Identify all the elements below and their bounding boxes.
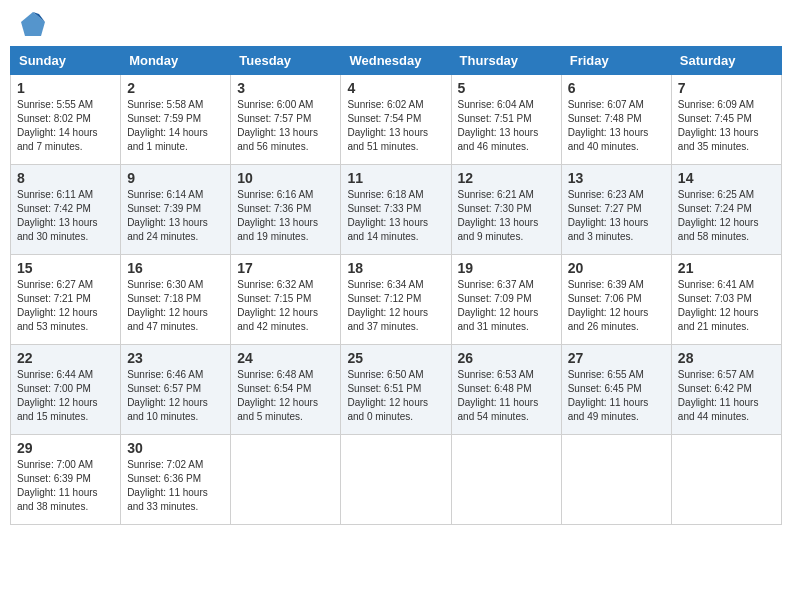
day-info: Sunrise: 6:04 AM Sunset: 7:51 PM Dayligh… <box>458 99 539 152</box>
calendar-day-cell: 28 Sunrise: 6:57 AM Sunset: 6:42 PM Dayl… <box>671 345 781 435</box>
calendar-day-cell: 5 Sunrise: 6:04 AM Sunset: 7:51 PM Dayli… <box>451 75 561 165</box>
day-number: 1 <box>17 80 114 96</box>
day-number: 23 <box>127 350 224 366</box>
day-number: 14 <box>678 170 775 186</box>
logo <box>15 10 47 38</box>
day-info: Sunrise: 6:27 AM Sunset: 7:21 PM Dayligh… <box>17 279 98 332</box>
day-info: Sunrise: 6:37 AM Sunset: 7:09 PM Dayligh… <box>458 279 539 332</box>
svg-marker-0 <box>21 12 45 36</box>
calendar-day-cell: 3 Sunrise: 6:00 AM Sunset: 7:57 PM Dayli… <box>231 75 341 165</box>
day-info: Sunrise: 6:41 AM Sunset: 7:03 PM Dayligh… <box>678 279 759 332</box>
day-info: Sunrise: 6:02 AM Sunset: 7:54 PM Dayligh… <box>347 99 428 152</box>
day-number: 18 <box>347 260 444 276</box>
day-info: Sunrise: 6:48 AM Sunset: 6:54 PM Dayligh… <box>237 369 318 422</box>
day-number: 24 <box>237 350 334 366</box>
calendar-week-row: 15 Sunrise: 6:27 AM Sunset: 7:21 PM Dayl… <box>11 255 782 345</box>
day-info: Sunrise: 6:18 AM Sunset: 7:33 PM Dayligh… <box>347 189 428 242</box>
calendar-week-row: 1 Sunrise: 5:55 AM Sunset: 8:02 PM Dayli… <box>11 75 782 165</box>
calendar-header-cell: Saturday <box>671 47 781 75</box>
day-number: 6 <box>568 80 665 96</box>
calendar-day-cell: 6 Sunrise: 6:07 AM Sunset: 7:48 PM Dayli… <box>561 75 671 165</box>
day-info: Sunrise: 6:34 AM Sunset: 7:12 PM Dayligh… <box>347 279 428 332</box>
day-number: 28 <box>678 350 775 366</box>
calendar-day-cell: 15 Sunrise: 6:27 AM Sunset: 7:21 PM Dayl… <box>11 255 121 345</box>
logo-icon <box>19 10 47 38</box>
calendar-week-row: 8 Sunrise: 6:11 AM Sunset: 7:42 PM Dayli… <box>11 165 782 255</box>
calendar-body: 1 Sunrise: 5:55 AM Sunset: 8:02 PM Dayli… <box>11 75 782 525</box>
calendar-day-cell <box>561 435 671 525</box>
calendar-header-cell: Friday <box>561 47 671 75</box>
day-info: Sunrise: 6:11 AM Sunset: 7:42 PM Dayligh… <box>17 189 98 242</box>
day-number: 4 <box>347 80 444 96</box>
calendar-day-cell: 16 Sunrise: 6:30 AM Sunset: 7:18 PM Dayl… <box>121 255 231 345</box>
day-info: Sunrise: 6:09 AM Sunset: 7:45 PM Dayligh… <box>678 99 759 152</box>
day-number: 21 <box>678 260 775 276</box>
day-number: 26 <box>458 350 555 366</box>
day-number: 27 <box>568 350 665 366</box>
day-info: Sunrise: 6:21 AM Sunset: 7:30 PM Dayligh… <box>458 189 539 242</box>
calendar-week-row: 22 Sunrise: 6:44 AM Sunset: 7:00 PM Dayl… <box>11 345 782 435</box>
day-info: Sunrise: 6:14 AM Sunset: 7:39 PM Dayligh… <box>127 189 208 242</box>
calendar-header-cell: Sunday <box>11 47 121 75</box>
calendar-day-cell: 1 Sunrise: 5:55 AM Sunset: 8:02 PM Dayli… <box>11 75 121 165</box>
day-number: 19 <box>458 260 555 276</box>
day-info: Sunrise: 7:02 AM Sunset: 6:36 PM Dayligh… <box>127 459 208 512</box>
calendar-day-cell: 9 Sunrise: 6:14 AM Sunset: 7:39 PM Dayli… <box>121 165 231 255</box>
day-info: Sunrise: 6:53 AM Sunset: 6:48 PM Dayligh… <box>458 369 539 422</box>
day-number: 5 <box>458 80 555 96</box>
calendar-day-cell: 2 Sunrise: 5:58 AM Sunset: 7:59 PM Dayli… <box>121 75 231 165</box>
day-info: Sunrise: 7:00 AM Sunset: 6:39 PM Dayligh… <box>17 459 98 512</box>
page-header <box>10 10 782 38</box>
calendar-day-cell: 4 Sunrise: 6:02 AM Sunset: 7:54 PM Dayli… <box>341 75 451 165</box>
day-number: 12 <box>458 170 555 186</box>
day-number: 17 <box>237 260 334 276</box>
calendar-day-cell: 11 Sunrise: 6:18 AM Sunset: 7:33 PM Dayl… <box>341 165 451 255</box>
day-number: 20 <box>568 260 665 276</box>
day-info: Sunrise: 6:44 AM Sunset: 7:00 PM Dayligh… <box>17 369 98 422</box>
day-number: 15 <box>17 260 114 276</box>
calendar-day-cell <box>231 435 341 525</box>
day-info: Sunrise: 6:57 AM Sunset: 6:42 PM Dayligh… <box>678 369 759 422</box>
calendar-day-cell: 14 Sunrise: 6:25 AM Sunset: 7:24 PM Dayl… <box>671 165 781 255</box>
calendar-day-cell: 8 Sunrise: 6:11 AM Sunset: 7:42 PM Dayli… <box>11 165 121 255</box>
day-number: 3 <box>237 80 334 96</box>
day-info: Sunrise: 6:23 AM Sunset: 7:27 PM Dayligh… <box>568 189 649 242</box>
day-number: 10 <box>237 170 334 186</box>
calendar-day-cell: 10 Sunrise: 6:16 AM Sunset: 7:36 PM Dayl… <box>231 165 341 255</box>
calendar-header-cell: Thursday <box>451 47 561 75</box>
calendar-day-cell: 7 Sunrise: 6:09 AM Sunset: 7:45 PM Dayli… <box>671 75 781 165</box>
calendar-day-cell: 25 Sunrise: 6:50 AM Sunset: 6:51 PM Dayl… <box>341 345 451 435</box>
calendar-day-cell: 18 Sunrise: 6:34 AM Sunset: 7:12 PM Dayl… <box>341 255 451 345</box>
calendar-day-cell: 17 Sunrise: 6:32 AM Sunset: 7:15 PM Dayl… <box>231 255 341 345</box>
calendar-day-cell <box>451 435 561 525</box>
day-info: Sunrise: 6:55 AM Sunset: 6:45 PM Dayligh… <box>568 369 649 422</box>
day-number: 22 <box>17 350 114 366</box>
day-number: 7 <box>678 80 775 96</box>
calendar-day-cell <box>341 435 451 525</box>
calendar-day-cell: 24 Sunrise: 6:48 AM Sunset: 6:54 PM Dayl… <box>231 345 341 435</box>
calendar-day-cell: 21 Sunrise: 6:41 AM Sunset: 7:03 PM Dayl… <box>671 255 781 345</box>
day-info: Sunrise: 5:58 AM Sunset: 7:59 PM Dayligh… <box>127 99 208 152</box>
calendar-day-cell: 29 Sunrise: 7:00 AM Sunset: 6:39 PM Dayl… <box>11 435 121 525</box>
day-number: 25 <box>347 350 444 366</box>
day-info: Sunrise: 6:00 AM Sunset: 7:57 PM Dayligh… <box>237 99 318 152</box>
calendar-day-cell: 22 Sunrise: 6:44 AM Sunset: 7:00 PM Dayl… <box>11 345 121 435</box>
calendar-header-cell: Wednesday <box>341 47 451 75</box>
day-info: Sunrise: 6:30 AM Sunset: 7:18 PM Dayligh… <box>127 279 208 332</box>
day-info: Sunrise: 6:07 AM Sunset: 7:48 PM Dayligh… <box>568 99 649 152</box>
day-info: Sunrise: 6:50 AM Sunset: 6:51 PM Dayligh… <box>347 369 428 422</box>
day-info: Sunrise: 6:16 AM Sunset: 7:36 PM Dayligh… <box>237 189 318 242</box>
calendar-day-cell: 19 Sunrise: 6:37 AM Sunset: 7:09 PM Dayl… <box>451 255 561 345</box>
day-info: Sunrise: 6:39 AM Sunset: 7:06 PM Dayligh… <box>568 279 649 332</box>
day-number: 8 <box>17 170 114 186</box>
calendar-day-cell: 30 Sunrise: 7:02 AM Sunset: 6:36 PM Dayl… <box>121 435 231 525</box>
calendar-header-row: SundayMondayTuesdayWednesdayThursdayFrid… <box>11 47 782 75</box>
day-number: 9 <box>127 170 224 186</box>
calendar-table: SundayMondayTuesdayWednesdayThursdayFrid… <box>10 46 782 525</box>
day-info: Sunrise: 6:25 AM Sunset: 7:24 PM Dayligh… <box>678 189 759 242</box>
calendar-day-cell: 20 Sunrise: 6:39 AM Sunset: 7:06 PM Dayl… <box>561 255 671 345</box>
day-number: 11 <box>347 170 444 186</box>
day-info: Sunrise: 5:55 AM Sunset: 8:02 PM Dayligh… <box>17 99 98 152</box>
calendar-day-cell: 27 Sunrise: 6:55 AM Sunset: 6:45 PM Dayl… <box>561 345 671 435</box>
day-number: 16 <box>127 260 224 276</box>
